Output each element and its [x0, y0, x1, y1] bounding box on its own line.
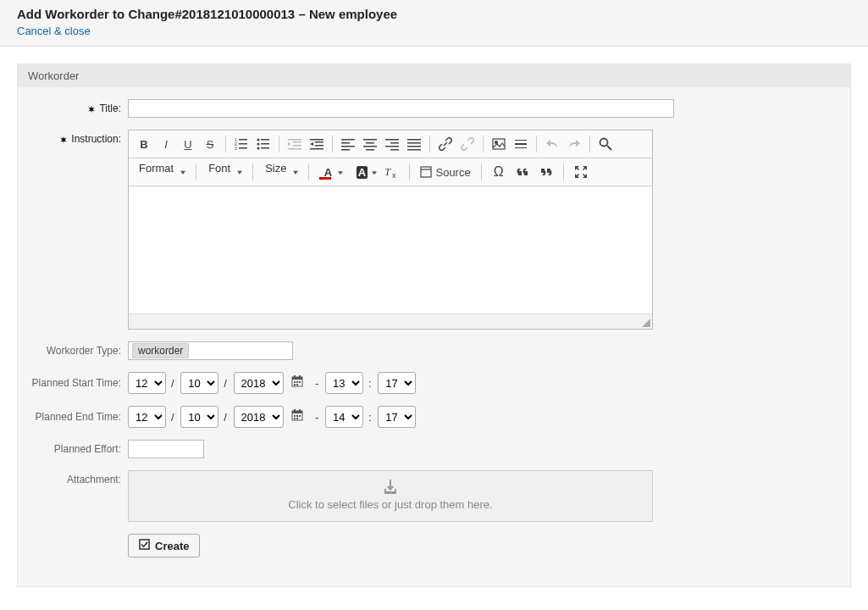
bold-icon[interactable]: B	[134, 134, 154, 154]
end-day-select[interactable]: 10	[180, 406, 218, 428]
align-justify-icon[interactable]	[404, 134, 424, 154]
create-button-label: Create	[155, 540, 189, 552]
svg-rect-31	[390, 142, 399, 144]
end-hour-select[interactable]: 14	[325, 406, 363, 428]
svg-rect-11	[261, 147, 269, 149]
quote-right-icon[interactable]	[536, 162, 556, 182]
align-left-icon[interactable]	[338, 134, 358, 154]
attachment-dropzone[interactable]: Click to select files or just drop them …	[128, 470, 653, 522]
calendar-icon[interactable]	[291, 376, 307, 390]
svg-rect-17	[310, 139, 323, 141]
resize-grip-icon[interactable]	[642, 319, 650, 327]
svg-rect-20	[315, 145, 323, 147]
start-hour-select[interactable]: 13	[325, 372, 363, 394]
indent-icon[interactable]	[307, 134, 327, 154]
text-color-icon[interactable]: A	[316, 163, 340, 181]
svg-rect-68	[384, 489, 386, 492]
end-minute-select[interactable]: 17	[378, 406, 416, 428]
end-year-select[interactable]: 2018	[234, 406, 284, 428]
svg-point-6	[257, 139, 260, 141]
svg-rect-56	[294, 384, 296, 385]
format-select[interactable]: Format	[134, 162, 189, 182]
start-minute-select[interactable]: 17	[378, 372, 416, 394]
row-planned-end: Planned End Time: 12/ 10/ 2018 - 14: 17	[18, 406, 850, 428]
svg-rect-47	[421, 167, 431, 177]
editor-content[interactable]	[129, 186, 652, 313]
label-instruction: Instruction:	[18, 130, 128, 146]
svg-line-44	[607, 146, 611, 150]
chevron-down-icon	[293, 171, 298, 175]
panel-body: Title: Instruction: B I U S	[18, 87, 850, 586]
label-title: Title:	[18, 99, 128, 115]
image-icon[interactable]	[489, 134, 509, 154]
svg-rect-25	[341, 149, 350, 151]
strike-icon[interactable]: S	[200, 134, 220, 154]
quote-left-icon[interactable]	[512, 162, 533, 182]
redo-icon[interactable]	[564, 134, 584, 154]
source-label: Source	[435, 166, 470, 179]
planned-effort-input[interactable]	[128, 440, 204, 458]
source-icon[interactable]: Source	[417, 162, 473, 182]
align-center-icon[interactable]	[360, 134, 380, 154]
svg-text:x: x	[392, 171, 396, 179]
svg-rect-52	[299, 375, 301, 378]
chevron-down-icon	[180, 171, 185, 175]
unlink-icon[interactable]	[457, 134, 478, 154]
calendar-icon[interactable]	[291, 410, 307, 424]
outdent-icon[interactable]	[285, 134, 305, 154]
svg-rect-19	[315, 141, 323, 143]
italic-icon[interactable]: I	[156, 134, 176, 154]
align-right-icon[interactable]	[382, 134, 402, 154]
title-input[interactable]	[128, 99, 674, 118]
chevron-down-icon	[237, 171, 242, 175]
special-char-icon[interactable]: Ω	[489, 162, 509, 182]
svg-rect-30	[385, 139, 399, 141]
row-title: Title:	[18, 99, 850, 118]
create-button[interactable]: Create	[128, 534, 200, 557]
undo-icon[interactable]	[542, 134, 562, 154]
svg-rect-34	[407, 139, 421, 141]
svg-rect-53	[294, 381, 296, 383]
label-title-text: Title:	[99, 103, 121, 114]
workorder-type-input[interactable]: workorder	[128, 341, 293, 360]
link-icon[interactable]	[435, 134, 456, 154]
svg-rect-9	[261, 143, 269, 145]
background-color-icon[interactable]: A	[350, 163, 373, 181]
horizontal-rule-icon[interactable]	[511, 134, 531, 154]
start-year-select[interactable]: 2018	[234, 372, 284, 394]
download-icon	[382, 480, 399, 495]
maximize-icon[interactable]	[571, 162, 591, 182]
size-select[interactable]: Size	[260, 162, 301, 182]
row-instruction: Instruction: B I U S 123	[18, 130, 850, 330]
workorder-panel: Workorder Title: Instruction:	[17, 64, 851, 587]
svg-rect-57	[296, 384, 298, 385]
svg-rect-51	[294, 375, 296, 378]
svg-rect-37	[407, 149, 421, 151]
svg-rect-27	[366, 142, 374, 144]
svg-rect-55	[299, 381, 301, 383]
cancel-close-link[interactable]: Cancel & close	[17, 25, 91, 37]
svg-rect-41	[515, 143, 527, 145]
remove-format-icon[interactable]: Tx	[382, 162, 402, 182]
svg-rect-22	[341, 139, 355, 141]
svg-rect-16	[288, 148, 301, 150]
svg-rect-32	[385, 146, 399, 147]
svg-rect-28	[363, 146, 377, 147]
svg-rect-5	[239, 147, 247, 149]
svg-rect-42	[515, 147, 527, 148]
start-month-select[interactable]: 12	[128, 372, 166, 394]
svg-rect-3	[239, 143, 247, 145]
find-icon[interactable]	[595, 134, 616, 154]
svg-point-10	[257, 147, 260, 150]
editor-toolbar-row2: Format Font Size	[129, 158, 652, 186]
unordered-list-icon[interactable]	[253, 134, 274, 154]
svg-rect-67	[384, 491, 396, 494]
ordered-list-icon[interactable]: 123	[231, 134, 252, 154]
end-month-select[interactable]: 12	[128, 406, 166, 428]
svg-rect-23	[341, 142, 350, 144]
svg-rect-70	[140, 540, 149, 549]
underline-icon[interactable]: U	[178, 134, 198, 154]
label-attachment: Attachment:	[18, 470, 128, 485]
start-day-select[interactable]: 10	[180, 372, 218, 394]
font-select[interactable]: Font	[203, 162, 246, 182]
